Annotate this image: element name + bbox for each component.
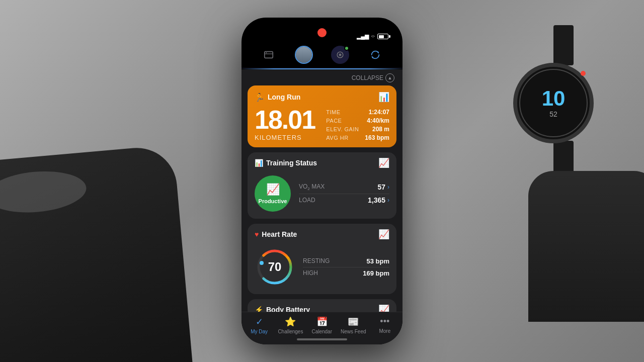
device-connected-dot [344,46,349,51]
training-status-icon: 📊 [255,159,263,167]
main-content[interactable]: COLLAPSE ▲ 🏃 Long Run 📊 18.01 KILOMETER [242,69,403,312]
run-time-value: 1:24:07 [369,109,389,116]
heart-icon: ♥ [255,230,259,238]
my-day-check-icon: ✓ [256,316,263,327]
collapse-circle-icon: ▲ [385,73,394,82]
vo2-row[interactable]: VO2 MAX 57 › [299,181,389,194]
body-battery-card: ⚡ Body Battery 📈 [248,299,396,312]
run-avghr-label: AVG HR [326,135,359,141]
run-stats: TIME 1:24:07 PACE 4:40/km ELEV. GAIN 208… [326,107,389,141]
hr-card-title: Heart Rate [262,230,297,238]
user-avatar[interactable] [295,46,313,64]
challenges-icon: ⭐ [285,316,296,327]
load-value: 1,365 [368,196,385,204]
record-indicator [317,28,327,37]
bottom-nav-news-feed[interactable]: 📰 News Feed [341,316,366,334]
watch-red-dot [581,71,586,76]
run-distance-value: 18.01 [255,107,326,133]
sync-nav-icon[interactable] [367,47,383,63]
collapse-label: COLLAPSE [352,74,383,81]
load-row[interactable]: LOAD 1,365 › [299,194,389,206]
vo2-value-row: 57 › [377,183,389,191]
bb-card-header: ⚡ Body Battery 📈 [248,299,396,312]
hr-card-header: ♥ Heart Rate 📈 [248,224,396,243]
shoe-decoration [0,145,195,362]
collapse-button[interactable]: COLLAPSE ▲ [352,73,394,82]
wifi-icon: ⌔ [371,34,375,40]
bb-title-row: ⚡ Body Battery [255,306,310,312]
load-arrow-icon: › [387,197,389,204]
run-pace-label: PACE [326,118,359,124]
run-avghr-value: 163 bpm [365,134,389,141]
my-day-label: My Day [251,329,268,334]
bb-chart-icon[interactable]: 📈 [378,304,389,312]
bottom-nav: ✓ My Day ⭐ Challenges 📅 Calendar 📰 News … [242,312,403,334]
signal-icon: ▂▄▆ [357,33,369,40]
training-stats: VO2 MAX 57 › LOAD 1,365 › [299,181,389,206]
hr-gauge: 70 [255,247,295,287]
run-chart-icon[interactable]: 📊 [378,92,389,103]
training-title-row: 📊 Training Status [255,159,317,167]
hr-body: 70 RESTING 53 bpm HIGH 169 bpm [248,243,396,294]
training-body: 📈 Productive VO2 MAX 57 › LOAD [248,171,396,219]
home-bar [297,338,347,340]
long-run-card: 🏃 Long Run 📊 18.01 KILOMETERS TIME 1:24:… [248,85,396,147]
watch-band-top [553,25,574,65]
run-pace-value: 4:40/km [367,117,389,124]
bottom-nav-my-day[interactable]: ✓ My Day [247,316,272,334]
run-elev-label: ELEV. GAIN [326,126,359,132]
run-avghr-row: AVG HR 163 bpm [326,134,389,141]
load-value-row: 1,365 › [368,196,389,204]
productive-icon: 📈 [266,183,280,196]
avatar-image [296,47,312,63]
calendar-icon: 📅 [316,316,328,327]
run-pace-row: PACE 4:40/km [326,117,389,124]
body-battery-icon: ⚡ [255,306,263,312]
phone-screen: ▂▄▆ ⌔ [242,18,403,344]
hr-resting-row[interactable]: RESTING 53 bpm [303,255,389,267]
hr-chart-icon[interactable]: 📈 [378,229,389,240]
calendar-label: Calendar [311,329,332,334]
run-elev-value: 208 m [372,126,389,133]
hr-high-row[interactable]: HIGH 169 bpm [303,267,389,279]
heart-rate-card: ♥ Heart Rate 📈 [248,224,396,294]
run-card-header: 🏃 Long Run 📊 [255,92,389,103]
load-label: LOAD [299,197,315,204]
status-icons: ▂▄▆ ⌔ [357,33,390,40]
bottom-nav-calendar[interactable]: 📅 Calendar [309,316,335,334]
bottom-nav-challenges[interactable]: ⭐ Challenges [278,316,303,334]
hr-resting-value: 53 bpm [366,257,389,265]
run-time-row: TIME 1:24:07 [326,109,389,116]
svg-rect-0 [265,52,273,58]
runner-icon: 🏃 [255,93,265,102]
run-elev-row: ELEV. GAIN 208 m [326,126,389,133]
run-time-label: TIME [326,109,359,115]
watch-face: 10 52 [513,63,594,143]
watch-hour: 10 [542,88,566,109]
bottom-nav-more[interactable]: ••• More [372,316,397,334]
training-card-header: 📊 Training Status 📈 [248,152,396,171]
vo2-arrow-icon: › [387,184,389,191]
productive-status-circle: 📈 Productive [255,175,291,212]
hr-high-value: 169 bpm [363,269,389,277]
training-chart-icon[interactable]: 📈 [378,157,389,168]
challenges-label: Challenges [278,329,303,334]
run-distance-block: 18.01 KILOMETERS [255,107,326,141]
hr-high-label: HIGH [303,269,318,277]
hr-stats: RESTING 53 bpm HIGH 169 bpm [303,255,389,279]
news-feed-label: News Feed [341,329,366,334]
watch-decoration: 10 52 [513,25,614,136]
device-nav-icon[interactable] [331,46,349,64]
more-icon: ••• [380,316,389,327]
body-battery-title: Body Battery [266,306,310,312]
vo2-label: VO2 MAX [299,183,325,191]
hr-value-overlay: 70 [255,247,295,287]
productive-label: Productive [259,198,287,204]
run-km-label: KILOMETERS [255,134,326,141]
run-title: Long Run [268,93,300,101]
training-status-card: 📊 Training Status 📈 📈 Productive VO2 MAX [248,152,396,219]
svg-point-1 [266,52,267,53]
battery-icon [377,34,390,39]
vo2-value: 57 [377,183,385,191]
inbox-nav-icon[interactable] [261,47,277,63]
